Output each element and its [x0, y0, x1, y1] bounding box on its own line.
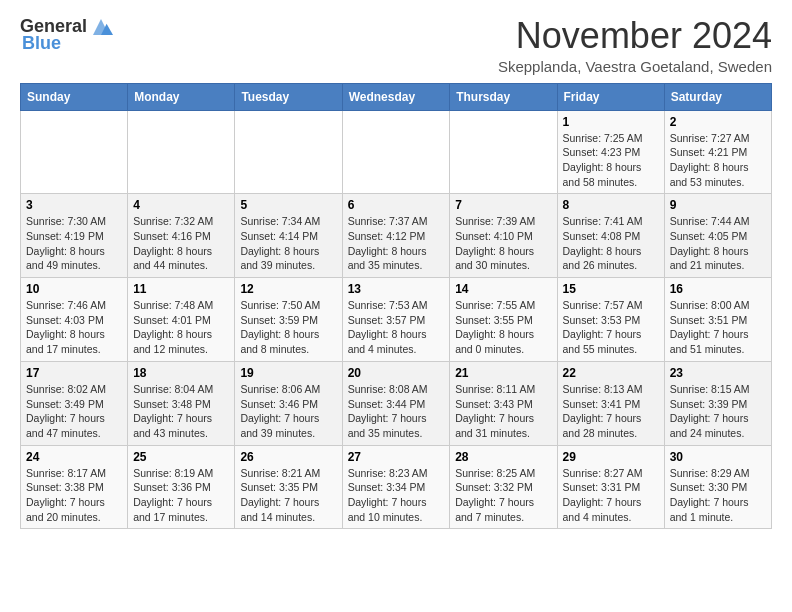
calendar-cell [21, 110, 128, 194]
calendar-cell: 20Sunrise: 8:08 AM Sunset: 3:44 PM Dayli… [342, 361, 450, 445]
day-number: 3 [26, 198, 122, 212]
day-number: 13 [348, 282, 445, 296]
calendar-cell: 18Sunrise: 8:04 AM Sunset: 3:48 PM Dayli… [128, 361, 235, 445]
day-info: Sunrise: 7:27 AM Sunset: 4:21 PM Dayligh… [670, 131, 766, 190]
calendar-cell: 27Sunrise: 8:23 AM Sunset: 3:34 PM Dayli… [342, 445, 450, 529]
calendar-cell: 10Sunrise: 7:46 AM Sunset: 4:03 PM Dayli… [21, 278, 128, 362]
day-number: 9 [670, 198, 766, 212]
day-info: Sunrise: 8:00 AM Sunset: 3:51 PM Dayligh… [670, 298, 766, 357]
day-number: 29 [563, 450, 659, 464]
day-number: 21 [455, 366, 551, 380]
day-info: Sunrise: 8:13 AM Sunset: 3:41 PM Dayligh… [563, 382, 659, 441]
day-number: 6 [348, 198, 445, 212]
calendar-cell: 4Sunrise: 7:32 AM Sunset: 4:16 PM Daylig… [128, 194, 235, 278]
day-number: 16 [670, 282, 766, 296]
calendar-cell: 7Sunrise: 7:39 AM Sunset: 4:10 PM Daylig… [450, 194, 557, 278]
calendar-cell: 23Sunrise: 8:15 AM Sunset: 3:39 PM Dayli… [664, 361, 771, 445]
calendar-cell: 15Sunrise: 7:57 AM Sunset: 3:53 PM Dayli… [557, 278, 664, 362]
day-info: Sunrise: 7:25 AM Sunset: 4:23 PM Dayligh… [563, 131, 659, 190]
day-info: Sunrise: 8:27 AM Sunset: 3:31 PM Dayligh… [563, 466, 659, 525]
calendar-cell: 13Sunrise: 7:53 AM Sunset: 3:57 PM Dayli… [342, 278, 450, 362]
calendar-cell: 16Sunrise: 8:00 AM Sunset: 3:51 PM Dayli… [664, 278, 771, 362]
page-header: General Blue November 2024 Skepplanda, V… [20, 16, 772, 75]
day-info: Sunrise: 8:21 AM Sunset: 3:35 PM Dayligh… [240, 466, 336, 525]
day-info: Sunrise: 8:25 AM Sunset: 3:32 PM Dayligh… [455, 466, 551, 525]
day-info: Sunrise: 8:08 AM Sunset: 3:44 PM Dayligh… [348, 382, 445, 441]
calendar-cell [342, 110, 450, 194]
day-number: 30 [670, 450, 766, 464]
week-row-1: 1Sunrise: 7:25 AM Sunset: 4:23 PM Daylig… [21, 110, 772, 194]
weekday-header-sunday: Sunday [21, 83, 128, 110]
day-info: Sunrise: 8:06 AM Sunset: 3:46 PM Dayligh… [240, 382, 336, 441]
day-info: Sunrise: 8:29 AM Sunset: 3:30 PM Dayligh… [670, 466, 766, 525]
calendar-cell: 26Sunrise: 8:21 AM Sunset: 3:35 PM Dayli… [235, 445, 342, 529]
day-number: 25 [133, 450, 229, 464]
weekday-header-thursday: Thursday [450, 83, 557, 110]
logo-icon [89, 17, 113, 37]
weekday-header-friday: Friday [557, 83, 664, 110]
day-info: Sunrise: 7:30 AM Sunset: 4:19 PM Dayligh… [26, 214, 122, 273]
calendar-cell: 28Sunrise: 8:25 AM Sunset: 3:32 PM Dayli… [450, 445, 557, 529]
calendar-cell: 25Sunrise: 8:19 AM Sunset: 3:36 PM Dayli… [128, 445, 235, 529]
day-info: Sunrise: 7:46 AM Sunset: 4:03 PM Dayligh… [26, 298, 122, 357]
day-info: Sunrise: 7:32 AM Sunset: 4:16 PM Dayligh… [133, 214, 229, 273]
calendar-cell: 11Sunrise: 7:48 AM Sunset: 4:01 PM Dayli… [128, 278, 235, 362]
calendar-cell: 19Sunrise: 8:06 AM Sunset: 3:46 PM Dayli… [235, 361, 342, 445]
day-number: 26 [240, 450, 336, 464]
week-row-4: 17Sunrise: 8:02 AM Sunset: 3:49 PM Dayli… [21, 361, 772, 445]
day-number: 18 [133, 366, 229, 380]
weekday-header-wednesday: Wednesday [342, 83, 450, 110]
calendar-cell: 12Sunrise: 7:50 AM Sunset: 3:59 PM Dayli… [235, 278, 342, 362]
logo-blue: Blue [22, 33, 61, 54]
day-info: Sunrise: 7:50 AM Sunset: 3:59 PM Dayligh… [240, 298, 336, 357]
day-number: 22 [563, 366, 659, 380]
day-info: Sunrise: 7:48 AM Sunset: 4:01 PM Dayligh… [133, 298, 229, 357]
calendar-cell: 8Sunrise: 7:41 AM Sunset: 4:08 PM Daylig… [557, 194, 664, 278]
day-number: 1 [563, 115, 659, 129]
day-number: 17 [26, 366, 122, 380]
day-info: Sunrise: 8:04 AM Sunset: 3:48 PM Dayligh… [133, 382, 229, 441]
day-info: Sunrise: 7:57 AM Sunset: 3:53 PM Dayligh… [563, 298, 659, 357]
day-number: 23 [670, 366, 766, 380]
day-number: 19 [240, 366, 336, 380]
day-number: 12 [240, 282, 336, 296]
calendar-cell: 1Sunrise: 7:25 AM Sunset: 4:23 PM Daylig… [557, 110, 664, 194]
calendar-cell [235, 110, 342, 194]
day-info: Sunrise: 7:53 AM Sunset: 3:57 PM Dayligh… [348, 298, 445, 357]
day-info: Sunrise: 8:23 AM Sunset: 3:34 PM Dayligh… [348, 466, 445, 525]
weekday-header-monday: Monday [128, 83, 235, 110]
day-info: Sunrise: 7:34 AM Sunset: 4:14 PM Dayligh… [240, 214, 336, 273]
day-info: Sunrise: 8:15 AM Sunset: 3:39 PM Dayligh… [670, 382, 766, 441]
week-row-5: 24Sunrise: 8:17 AM Sunset: 3:38 PM Dayli… [21, 445, 772, 529]
weekday-header-row: SundayMondayTuesdayWednesdayThursdayFrid… [21, 83, 772, 110]
day-info: Sunrise: 8:02 AM Sunset: 3:49 PM Dayligh… [26, 382, 122, 441]
calendar-cell: 24Sunrise: 8:17 AM Sunset: 3:38 PM Dayli… [21, 445, 128, 529]
location-subtitle: Skepplanda, Vaestra Goetaland, Sweden [498, 58, 772, 75]
day-number: 14 [455, 282, 551, 296]
day-number: 20 [348, 366, 445, 380]
day-info: Sunrise: 7:39 AM Sunset: 4:10 PM Dayligh… [455, 214, 551, 273]
title-area: November 2024 Skepplanda, Vaestra Goetal… [498, 16, 772, 75]
calendar-cell: 9Sunrise: 7:44 AM Sunset: 4:05 PM Daylig… [664, 194, 771, 278]
calendar-cell: 17Sunrise: 8:02 AM Sunset: 3:49 PM Dayli… [21, 361, 128, 445]
day-number: 28 [455, 450, 551, 464]
calendar-cell: 5Sunrise: 7:34 AM Sunset: 4:14 PM Daylig… [235, 194, 342, 278]
calendar-cell [128, 110, 235, 194]
day-info: Sunrise: 8:19 AM Sunset: 3:36 PM Dayligh… [133, 466, 229, 525]
day-number: 2 [670, 115, 766, 129]
week-row-3: 10Sunrise: 7:46 AM Sunset: 4:03 PM Dayli… [21, 278, 772, 362]
calendar-cell [450, 110, 557, 194]
calendar-cell: 22Sunrise: 8:13 AM Sunset: 3:41 PM Dayli… [557, 361, 664, 445]
day-info: Sunrise: 7:44 AM Sunset: 4:05 PM Dayligh… [670, 214, 766, 273]
calendar-cell: 21Sunrise: 8:11 AM Sunset: 3:43 PM Dayli… [450, 361, 557, 445]
calendar-cell: 2Sunrise: 7:27 AM Sunset: 4:21 PM Daylig… [664, 110, 771, 194]
calendar-cell: 6Sunrise: 7:37 AM Sunset: 4:12 PM Daylig… [342, 194, 450, 278]
day-number: 8 [563, 198, 659, 212]
calendar-cell: 29Sunrise: 8:27 AM Sunset: 3:31 PM Dayli… [557, 445, 664, 529]
day-number: 15 [563, 282, 659, 296]
logo: General Blue [20, 16, 113, 54]
day-number: 10 [26, 282, 122, 296]
weekday-header-tuesday: Tuesday [235, 83, 342, 110]
week-row-2: 3Sunrise: 7:30 AM Sunset: 4:19 PM Daylig… [21, 194, 772, 278]
day-number: 24 [26, 450, 122, 464]
